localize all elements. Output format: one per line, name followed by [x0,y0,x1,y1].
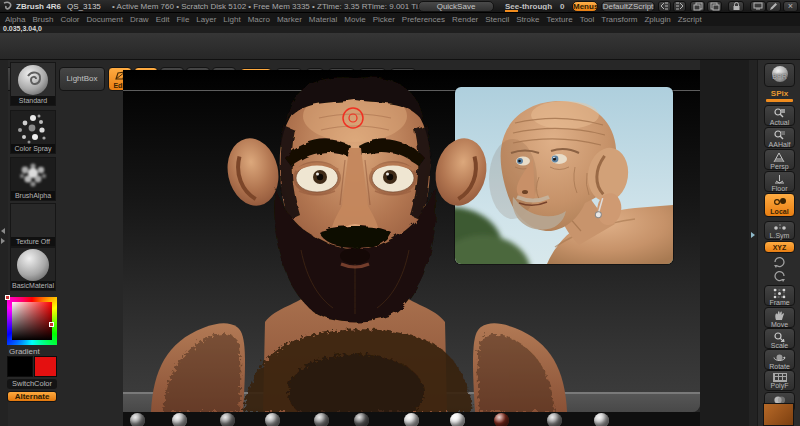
local-button[interactable]: Local [764,193,795,217]
tray-material-sphere[interactable] [594,413,609,426]
lock-icon [732,2,741,11]
menu-stroke[interactable]: Stroke [516,15,539,24]
app-title: ZBrush 4R6 [16,2,61,11]
menu-render[interactable]: Render [452,15,478,24]
symmetry-icon [773,224,787,232]
zscript-next-button[interactable] [673,1,686,12]
menu-file[interactable]: File [176,15,189,24]
menu-picker[interactable]: Picker [373,15,395,24]
actual-button[interactable]: Actual [764,105,795,126]
screen-button[interactable] [750,1,766,12]
quicksave-button[interactable]: QuickSave [418,1,494,12]
menu-tool[interactable]: Tool [580,15,595,24]
title-bar: ZBrush 4R6 QS_3135 • Active Mem 760 • Sc… [0,0,800,13]
persp-button[interactable]: Persp [764,149,795,170]
spix-slider[interactable] [766,99,793,102]
spix-label: SPix [758,89,800,98]
switch-color-button[interactable]: SwitchColor [7,379,57,389]
lock-button[interactable] [728,1,744,12]
main-color-swatch[interactable] [7,356,33,377]
copy-forward-icon [710,2,720,11]
canvas-viewport[interactable] [123,70,700,412]
menu-bar: Alpha Brush Color Document Draw Edit Fil… [0,13,800,26]
tray-material-sphere[interactable] [354,413,369,426]
magnifier-half-icon [773,130,786,141]
menu-zplugin[interactable]: Zplugin [644,15,670,24]
menu-stencil[interactable]: Stencil [485,15,509,24]
prev-icon [660,2,669,10]
gradient-label[interactable]: Gradient [9,347,40,356]
current-stroke-thumbnail[interactable]: Color Spray [10,110,56,154]
menu-transform[interactable]: Transform [601,15,637,24]
persp-label: Persp [765,163,794,171]
floor-button[interactable]: Floor [764,171,795,192]
alternate-button[interactable]: Alternate [7,391,57,402]
menu-edit[interactable]: Edit [156,15,170,24]
menu-brush[interactable]: Brush [32,15,53,24]
tray-material-sphere[interactable] [172,413,187,426]
local-pivot-icon [773,196,787,208]
tray-material-sphere[interactable] [547,413,562,426]
menu-zscript[interactable]: Zscript [678,15,702,24]
menu-alpha[interactable]: Alpha [5,15,25,24]
tray-material-sphere[interactable] [450,413,465,426]
tray-material-sphere[interactable] [265,413,280,426]
aahalf-button[interactable]: AAHalf [764,127,795,148]
menu-texture[interactable]: Texture [546,15,572,24]
spin-h-icon[interactable] [773,256,786,268]
right-tray-arrow-icon [751,232,755,238]
right-tray-divider[interactable] [749,60,757,426]
color-spray-icon [11,111,55,144]
menu-material[interactable]: Material [309,15,337,24]
xyz-button[interactable]: XYZ [764,241,795,253]
right-tray-material-thumb[interactable] [763,403,794,426]
menu-preferences[interactable]: Preferences [402,15,445,24]
current-material-thumbnail[interactable]: BasicMaterial [10,247,56,291]
tray-material-sphere[interactable] [220,413,235,426]
secondary-color-swatch[interactable] [34,356,57,377]
current-alpha-thumbnail[interactable]: BrushAlpha [10,157,56,201]
menu-movie[interactable]: Movie [344,15,365,24]
see-through-slider[interactable] [500,10,568,12]
menu-light[interactable]: Light [223,15,240,24]
sculpt-character[interactable] [123,70,700,412]
menu-document[interactable]: Document [87,15,123,24]
frame-button[interactable]: Frame [764,285,795,306]
sv-marker-icon [49,322,54,327]
copy-next-button[interactable] [707,1,722,12]
tray-material-sphere[interactable] [314,413,329,426]
menus-toggle-button[interactable]: Menus [572,1,598,12]
brush-alpha-icon [11,158,55,191]
material-name-label: BasicMaterial [11,281,55,290]
current-brush-thumbnail[interactable]: Standard [10,62,56,106]
move-button[interactable]: Move [764,307,795,328]
tray-material-sphere[interactable] [404,413,419,426]
close-button[interactable]: × [783,1,798,12]
pen-button[interactable] [766,1,781,12]
bpr-button[interactable]: BPR [764,63,795,87]
xyz-label: XYZ [765,243,794,253]
tray-material-sphere[interactable] [494,413,509,426]
saturation-value-square[interactable] [12,302,52,340]
lsym-button[interactable]: L.Sym [764,221,795,240]
menu-color[interactable]: Color [60,15,79,24]
polyf-button[interactable]: PolyF [764,370,795,391]
current-texture-thumbnail[interactable]: Texture Off [10,203,56,247]
menu-draw[interactable]: Draw [130,15,149,24]
menu-macro[interactable]: Macro [248,15,270,24]
scale-button[interactable]: Scale [764,328,795,349]
menu-layer[interactable]: Layer [196,15,216,24]
floor-label: Floor [765,185,794,193]
default-zscript-button[interactable]: DefaultZScript [601,1,655,12]
lightbox-button[interactable]: LightBox [59,67,105,91]
right-shelf: BPR SPix Actual AAHalf Persp Floor Local… [757,60,800,426]
bottom-tray[interactable] [123,412,700,426]
zscript-prev-button[interactable] [658,1,671,12]
rotate-button[interactable]: Rotate [764,349,795,370]
tray-material-sphere[interactable] [130,413,145,426]
menu-marker[interactable]: Marker [277,15,302,24]
polyframe-grid-icon [773,373,787,382]
spin-v-icon[interactable] [773,270,786,282]
color-picker[interactable] [7,297,57,345]
copy-prev-button[interactable] [690,1,705,12]
